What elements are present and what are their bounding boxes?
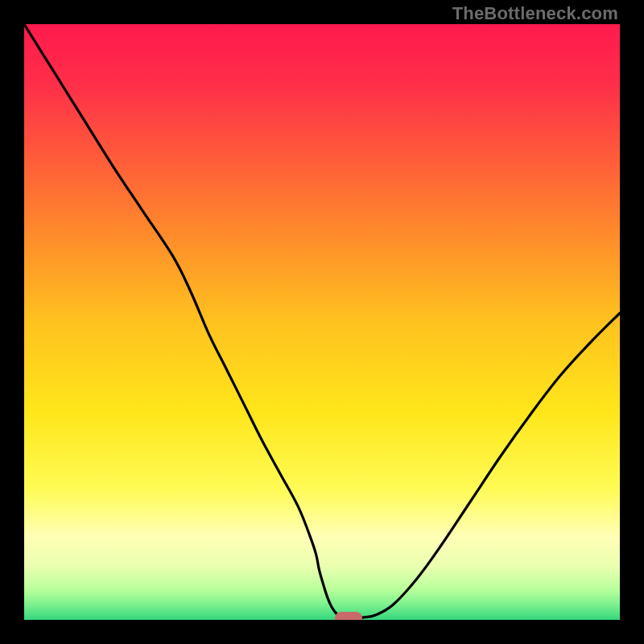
chart-svg bbox=[24, 24, 620, 620]
chart-frame: TheBottleneck.com bbox=[0, 0, 644, 644]
plot-area bbox=[24, 24, 620, 620]
watermark-text: TheBottleneck.com bbox=[452, 3, 618, 24]
optimal-point-marker bbox=[335, 612, 362, 620]
gradient-background bbox=[24, 24, 620, 620]
